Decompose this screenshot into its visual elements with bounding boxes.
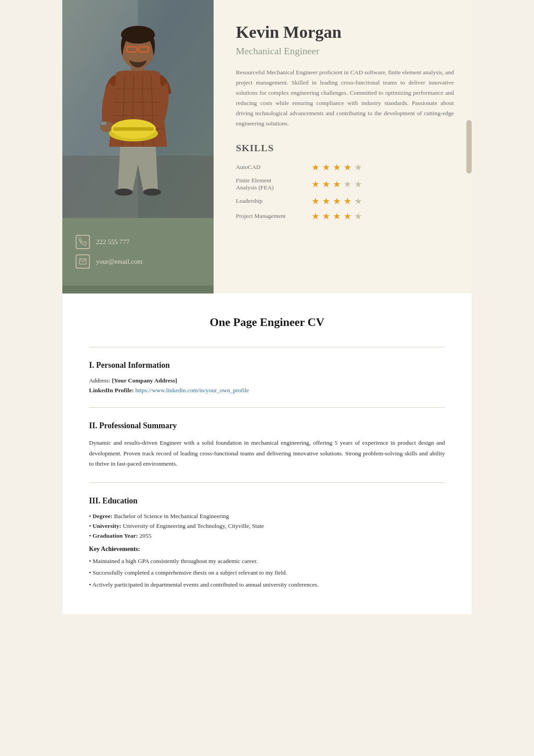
personal-info-section: I. Personal Information Address: [Your C… (89, 361, 445, 394)
svg-point-21 (115, 189, 133, 196)
achievement-3: • Actively participated in departmental … (89, 580, 445, 590)
star-3: ★ (333, 196, 341, 206)
linkedin-row: LinkedIn Profile: https://www.linkedin.c… (89, 387, 445, 394)
star-5: ★ (354, 196, 362, 206)
skill-stars-pm: ★ ★ ★ ★ ★ (312, 211, 362, 221)
degree-label-text: Degree: (93, 513, 113, 519)
graduation-value: 2055 (139, 532, 151, 539)
address-value: [Your Company Address] (112, 377, 177, 384)
star-3: ★ (333, 179, 341, 189)
education-heading: III. Education (89, 496, 445, 506)
star-4: ★ (344, 196, 352, 206)
graduation-row: • Graduation Year: 2055 (89, 532, 445, 539)
summary-section: II. Professional Summary Dynamic and res… (89, 421, 445, 469)
divider-3 (89, 483, 445, 483)
skill-autocad: AutoCAD ★ ★ ★ ★ ★ (236, 162, 454, 173)
skills-heading: SKILLS (236, 142, 454, 154)
cv-contact-section: 222 555 777 your@email.com (62, 218, 214, 286)
candidate-name: Kevin Morgan (236, 22, 454, 42)
university-row: • University: University of Engineering … (89, 523, 445, 530)
star-4: ★ (344, 179, 352, 189)
star-1: ★ (312, 211, 320, 221)
address-label: Address: (89, 377, 110, 384)
star-4: ★ (344, 211, 352, 221)
address-row: Address: [Your Company Address] (89, 377, 445, 384)
skill-fea: Finite ElementAnalysis (FEA) ★ ★ ★ ★ ★ (236, 177, 454, 191)
star-1: ★ (312, 162, 320, 173)
cv-card: 222 555 777 your@email.com Kevin Morgan … (62, 0, 472, 294)
linkedin-label: LinkedIn Profile: (89, 387, 134, 394)
summary-heading: II. Professional Summary (89, 421, 445, 430)
skill-stars-leadership: ★ ★ ★ ★ ★ (312, 196, 362, 206)
cv-left-column: 222 555 777 your@email.com (62, 0, 214, 294)
personal-info-heading: I. Personal Information (89, 361, 445, 370)
candidate-summary: Resourceful Mechanical Engineer proficie… (236, 68, 454, 129)
star-5: ★ (354, 162, 362, 173)
university-value: University of Engineering and Technology… (123, 523, 264, 529)
candidate-title: Mechanical Engineer (236, 45, 454, 57)
cv-right-column: Kevin Morgan Mechanical Engineer Resourc… (214, 0, 472, 294)
svg-rect-24 (101, 121, 107, 125)
university-bullet: • (89, 523, 93, 529)
star-5: ★ (354, 179, 362, 189)
skill-project-management: Project Management ★ ★ ★ ★ ★ (236, 211, 454, 221)
summary-text: Dynamic and results-driven Engineer with… (89, 438, 445, 469)
document-title: One Page Engineer CV (89, 316, 445, 329)
star-3: ★ (333, 211, 341, 221)
linkedin-url[interactable]: https://www.linkedin.com/in/your_own_pro… (135, 387, 249, 394)
phone-icon (76, 235, 90, 249)
degree-row: • Degree: Bachelor of Science in Mechani… (89, 513, 445, 520)
scroll-indicator (466, 120, 472, 173)
university-label: University: (93, 523, 121, 529)
skill-name-autocad: AutoCAD (236, 164, 312, 171)
skill-name-leadership: Leadership (236, 197, 312, 205)
svg-point-22 (143, 189, 161, 196)
skill-name-pm: Project Management (236, 213, 312, 220)
divider-1 (89, 347, 445, 347)
skill-stars-autocad: ★ ★ ★ ★ ★ (312, 162, 362, 173)
star-1: ★ (312, 196, 320, 206)
star-5: ★ (354, 211, 362, 221)
star-2: ★ (322, 196, 330, 206)
phone-number: 222 555 777 (96, 238, 129, 246)
svg-rect-3 (62, 156, 214, 218)
star-2: ★ (322, 179, 330, 189)
degree-label: • (89, 513, 93, 519)
education-section: III. Education • Degree: Bachelor of Sci… (89, 496, 445, 590)
achievement-2: • Successfully completed a comprehensive… (89, 568, 445, 578)
email-address: your@email.com (96, 258, 142, 265)
star-4: ★ (344, 162, 352, 173)
star-3: ★ (333, 162, 341, 173)
email-contact: your@email.com (76, 254, 200, 269)
svg-rect-20 (113, 127, 154, 131)
divider-2 (89, 407, 445, 408)
email-icon (76, 254, 90, 269)
star-2: ★ (322, 211, 330, 221)
cv-photo (62, 0, 214, 218)
graduation-label: Graduation Year: (93, 532, 138, 539)
star-1: ★ (312, 179, 320, 189)
skill-stars-fea: ★ ★ ★ ★ ★ (312, 179, 362, 189)
person-illustration (62, 0, 214, 218)
star-2: ★ (322, 162, 330, 173)
achievement-1: • Maintained a high GPA consistently thr… (89, 556, 445, 566)
degree-value: Bachelor of Science in Mechanical Engine… (114, 513, 229, 519)
achievements-heading: Key Achievements: (89, 546, 445, 553)
accent-bar (62, 286, 214, 294)
phone-contact: 222 555 777 (76, 235, 200, 249)
graduation-bullet: • (89, 532, 93, 539)
document-section: One Page Engineer CV I. Personal Informa… (62, 294, 472, 614)
skill-leadership: Leadership ★ ★ ★ ★ ★ (236, 196, 454, 206)
skill-name-fea: Finite ElementAnalysis (FEA) (236, 177, 312, 191)
